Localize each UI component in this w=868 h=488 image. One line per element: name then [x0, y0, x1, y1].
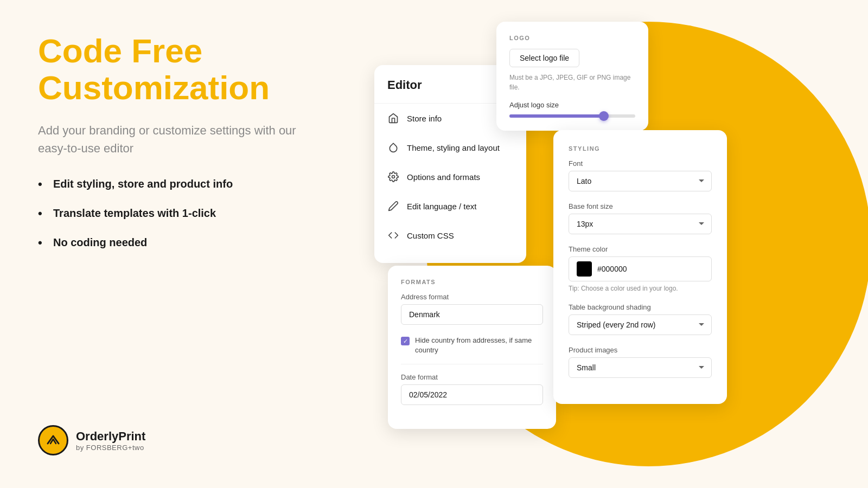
brand-name: OrderlyPrint — [76, 429, 145, 444]
styling-card: STYLING Font Lato Arial Georgia Roboto B… — [553, 130, 727, 404]
date-format-field: Date format — [401, 373, 543, 405]
code-icon — [387, 229, 399, 241]
theme-color-label: Theme color — [569, 245, 712, 253]
pencil-icon — [387, 200, 399, 212]
product-images-select[interactable]: None Small Medium Large — [569, 357, 712, 378]
date-format-input[interactable] — [401, 384, 543, 405]
base-font-size-label: Base font size — [569, 202, 712, 210]
svg-point-0 — [392, 176, 395, 178]
divider — [401, 364, 543, 364]
headline-line1: Code Free — [38, 32, 202, 69]
hide-country-label: Hide country from addresses, if same cou… — [415, 336, 543, 355]
headline-line2: Customization — [38, 69, 270, 106]
hide-country-checkbox[interactable]: ✓ — [401, 337, 410, 345]
address-format-input[interactable] — [401, 304, 543, 325]
color-input[interactable]: #000000 — [569, 256, 712, 281]
logo-section-title: LOGO — [509, 35, 635, 41]
product-images-field: Product images None Small Medium Large — [569, 346, 712, 378]
theme-color-field: Theme color #000000 Tip: Choose a color … — [569, 245, 712, 292]
gear-icon — [387, 171, 399, 183]
font-field: Font Lato Arial Georgia Roboto — [569, 159, 712, 191]
brand-logo-icon — [38, 425, 68, 455]
adjust-logo-label: Adjust logo size — [509, 101, 635, 109]
menu-label-custom-css: Custom CSS — [407, 231, 454, 240]
styling-section-title: STYLING — [569, 145, 712, 152]
color-swatch — [577, 261, 592, 277]
base-font-size-select[interactable]: 11px 12px 13px 14px 15px — [569, 214, 712, 234]
formats-card: FORMATS Address format ✓ Hide country fr… — [388, 266, 556, 429]
formats-section-title: FORMATS — [401, 279, 543, 285]
feature-list: Edit styling, store and product info Tra… — [38, 177, 320, 265]
font-label: Font — [569, 159, 712, 168]
bullet-3: No coding needed — [38, 235, 266, 249]
left-panel: Code Free Customization Add your brandin… — [0, 0, 358, 488]
table-bg-label: Table background shading — [569, 303, 712, 311]
brand-text: OrderlyPrint by FORSBERG+two — [76, 429, 145, 452]
font-select[interactable]: Lato Arial Georgia Roboto — [569, 171, 712, 191]
menu-label-store-info: Store info — [407, 114, 442, 123]
logo-size-slider[interactable] — [509, 114, 635, 118]
color-tip: Tip: Choose a color used in your logo. — [569, 285, 712, 292]
brand-footer: OrderlyPrint by FORSBERG+two — [38, 425, 320, 455]
table-bg-field: Table background shading None Striped (e… — [569, 303, 712, 335]
droplet-icon — [387, 142, 399, 153]
menu-item-theme-styling[interactable]: Theme, styling and layout — [374, 133, 526, 162]
table-bg-select[interactable]: None Striped (every 2nd row) All rows — [569, 314, 712, 335]
menu-label-options-formats: Options and formats — [407, 172, 480, 182]
bullet-1: Edit styling, store and product info — [38, 177, 266, 191]
date-format-label: Date format — [401, 373, 543, 381]
menu-item-custom-css[interactable]: Custom CSS — [374, 221, 526, 250]
checkmark-icon: ✓ — [403, 338, 408, 344]
slider-thumb — [599, 111, 609, 121]
select-logo-button[interactable]: Select logo file — [509, 49, 579, 67]
address-format-label: Address format — [401, 293, 543, 301]
right-panel: Editor Store info Theme, styling and lay… — [358, 0, 868, 488]
menu-item-options-formats[interactable]: Options and formats — [374, 162, 526, 191]
address-format-field: Address format — [401, 293, 543, 325]
color-value: #000000 — [597, 265, 627, 273]
subtitle: Add your branding or customize settings … — [38, 121, 298, 157]
product-images-label: Product images — [569, 346, 712, 354]
slider-fill — [509, 114, 604, 118]
logo-hint: Must be a JPG, JPEG, GIF or PNG image fi… — [509, 73, 635, 92]
base-font-size-field: Base font size 11px 12px 13px 14px 15px — [569, 202, 712, 234]
logo-card: LOGO Select logo file Must be a JPG, JPE… — [496, 22, 648, 131]
house-icon — [387, 112, 399, 124]
headline: Code Free Customization — [38, 33, 320, 106]
menu-label-theme-styling: Theme, styling and layout — [407, 143, 500, 152]
menu-label-edit-language: Edit language / text — [407, 202, 476, 211]
bullet-2: Translate templates with 1-click — [38, 206, 266, 220]
menu-item-edit-language[interactable]: Edit language / text — [374, 191, 526, 221]
hide-country-row[interactable]: ✓ Hide country from addresses, if same c… — [401, 336, 543, 355]
brand-sub: by FORSBERG+two — [76, 444, 145, 452]
